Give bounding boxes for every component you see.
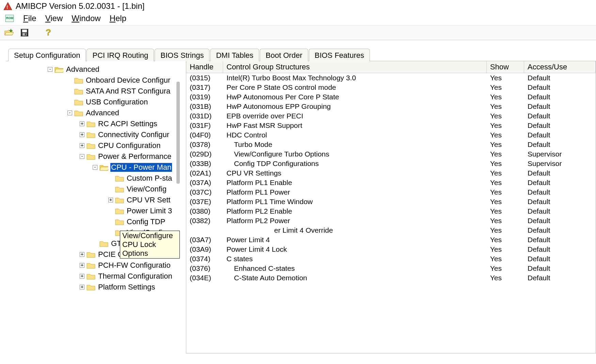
tree-item-custom-p-sta[interactable]: Custom P-sta: [126, 174, 173, 183]
table-row[interactable]: (03A9)Power Limit 4 LockYesDefault: [186, 245, 596, 254]
cell-access: Default: [524, 236, 596, 244]
tree-item-cpu-power-man[interactable]: CPU - Power Man: [110, 163, 172, 172]
table-row[interactable]: (0315)Intel(R) Turbo Boost Max Technolog…: [186, 73, 596, 83]
cell-handle: (0319): [186, 93, 223, 101]
table-row[interactable]: (037A)Platform PL1 EnableYesDefault: [186, 178, 596, 187]
tree-scrollbar-thumb[interactable]: [176, 82, 180, 184]
column-header-handle[interactable]: Handle: [186, 61, 223, 73]
tree-item-cpu-configuration[interactable]: CPU Configuration: [97, 141, 161, 150]
tree-item-onboard-device-configur[interactable]: Onboard Device Configur: [85, 76, 171, 85]
folder-icon: [87, 251, 95, 258]
tree-item-sata-and-rst-configura[interactable]: SATA And RST Configura: [85, 87, 171, 96]
table-row[interactable]: (029D)View/Configure Turbo OptionsYesSup…: [186, 149, 596, 159]
cell-access: Default: [524, 207, 596, 215]
table-pane: HandleControl Group StructuresShowAccess…: [186, 61, 596, 353]
tree-expander[interactable]: +: [80, 143, 84, 148]
tree-expander[interactable]: +: [80, 274, 84, 279]
folder-icon: [74, 88, 83, 95]
folder-icon: [87, 142, 95, 149]
table-row[interactable]: (031D)EPB override over PECIYesDefault: [186, 111, 596, 121]
tree-item-usb-configuration[interactable]: USB Configuration: [85, 98, 148, 106]
tree-expander-blank: [108, 209, 113, 213]
tab-dmi-tables[interactable]: DMI Tables: [210, 49, 259, 61]
tree-expander[interactable]: -: [80, 154, 84, 159]
folder-icon: [54, 66, 63, 73]
tree-item-rc-acpi-settings[interactable]: RC ACPI Settings: [97, 119, 158, 128]
table-row[interactable]: (031F)HwP Fast MSR SupportYesDefault: [186, 121, 596, 130]
tree-expander[interactable]: +: [108, 198, 113, 202]
open-button[interactable]: [3, 28, 15, 38]
app-icon: [3, 2, 13, 10]
table-row[interactable]: (02A1)CPU VR SettingsYesDefault: [186, 168, 596, 178]
table-row[interactable]: (034E)C-State Auto DemotionYesDefault: [186, 273, 596, 283]
cell-show: Yes: [487, 169, 524, 177]
menu-help[interactable]: Help: [110, 14, 126, 23]
help-button[interactable]: [44, 28, 55, 38]
tab-pci-irq-routing[interactable]: PCI IRQ Routing: [87, 49, 154, 61]
column-header-control-group-structures[interactable]: Control Group Structures: [223, 61, 487, 73]
table-row[interactable]: (0319)HwP Autonomous Per Core P StateYes…: [186, 92, 596, 102]
cell-handle: (037A): [186, 179, 223, 187]
cell-show: Yes: [487, 264, 524, 272]
cell-show: Yes: [487, 188, 524, 196]
table-row[interactable]: (037E)Platform PL1 Time WindowYesDefault: [186, 197, 596, 206]
column-header-access-use[interactable]: Access/Use: [524, 61, 596, 73]
cell-access: Default: [524, 121, 596, 130]
cell-access: Default: [524, 93, 596, 101]
table-row[interactable]: (0380)Platform PL2 EnableYesDefault: [186, 206, 596, 216]
tree-item-pch-fw-configuratio[interactable]: PCH-FW Configuratio: [97, 261, 171, 270]
cell-access: Default: [524, 140, 596, 149]
table-row[interactable]: (037C)Platform PL1 PowerYesDefault: [186, 187, 596, 197]
tree-expander-blank: [93, 241, 97, 246]
tree-item-thermal-configuration[interactable]: Thermal Configuration: [97, 272, 173, 281]
table-row[interactable]: (0382)Platform PL2 PowerYesDefault: [186, 216, 596, 226]
cell-show: Yes: [487, 83, 524, 92]
table-row[interactable]: er Limit 4 OverrideYesDefault: [186, 226, 596, 235]
cell-access: Default: [524, 102, 596, 111]
cell-name: C states: [223, 255, 487, 263]
tree-item-view-config[interactable]: View/Config: [126, 185, 167, 194]
tree-item-connectivity-configur[interactable]: Connectivity Configur: [97, 130, 170, 139]
table-row[interactable]: (0374)C statesYesDefault: [186, 254, 596, 264]
tree-item-platform-settings[interactable]: Platform Settings: [97, 283, 156, 292]
tab-setup-configuration[interactable]: Setup Configuration: [8, 49, 86, 61]
menu-view[interactable]: View: [45, 14, 63, 23]
cell-show: Yes: [487, 131, 524, 139]
tree-expander[interactable]: -: [48, 67, 52, 72]
menu-file[interactable]: File: [23, 14, 36, 23]
tree-expander[interactable]: +: [80, 252, 84, 257]
folder-icon: [99, 164, 108, 171]
menu-window[interactable]: Window: [72, 14, 100, 23]
tree-expander-blank: [67, 78, 72, 83]
cell-handle: (03A9): [186, 245, 223, 253]
tree-expander[interactable]: +: [80, 263, 84, 268]
tree-item-power-performance[interactable]: Power & Performance: [97, 152, 172, 161]
tree-item-advanced[interactable]: Advanced: [65, 65, 100, 74]
tree-expander[interactable]: -: [67, 111, 72, 115]
tree-expander[interactable]: +: [80, 285, 84, 289]
table-row[interactable]: (0317)Per Core P State OS control modeYe…: [186, 83, 596, 92]
column-header-show[interactable]: Show: [487, 61, 524, 73]
table-row[interactable]: (04F0)HDC ControlYesDefault: [186, 130, 596, 140]
save-button[interactable]: [19, 28, 31, 38]
table-row[interactable]: (0378)Turbo ModeYesDefault: [186, 140, 596, 149]
tree-expander[interactable]: -: [93, 165, 97, 170]
tree-expander[interactable]: +: [80, 121, 84, 126]
tab-bios-strings[interactable]: BIOS Strings: [155, 49, 209, 61]
tree-item-power-limit-3[interactable]: Power Limit 3: [126, 206, 173, 215]
table-row[interactable]: (033B)Config TDP ConfigurationsYesSuperv…: [186, 159, 596, 168]
tree-item-config-tdp[interactable]: Config TDP: [126, 217, 166, 226]
table-row[interactable]: (031B)HwP Autonomous EPP GroupingYesDefa…: [186, 102, 596, 111]
tree-item-cpu-vr-sett[interactable]: CPU VR Sett: [126, 196, 171, 204]
folder-icon: [87, 262, 95, 269]
tab-bios-features[interactable]: BIOS Features: [309, 49, 370, 61]
cell-handle: (0382): [186, 217, 223, 225]
folder-icon: [115, 197, 124, 203]
tree-item-advanced[interactable]: Advanced: [85, 109, 120, 117]
table-row[interactable]: (03A7)Power Limit 4YesDefault: [186, 235, 596, 245]
table-row[interactable]: (0376)Enhanced C-statesYesDefault: [186, 264, 596, 273]
cell-handle: (0317): [186, 83, 223, 92]
window-titlebar: AMIBCP Version 5.02.0031 - [1.bin]: [0, 0, 596, 12]
tree-expander[interactable]: +: [80, 132, 84, 137]
tab-boot-order[interactable]: Boot Order: [260, 49, 308, 61]
